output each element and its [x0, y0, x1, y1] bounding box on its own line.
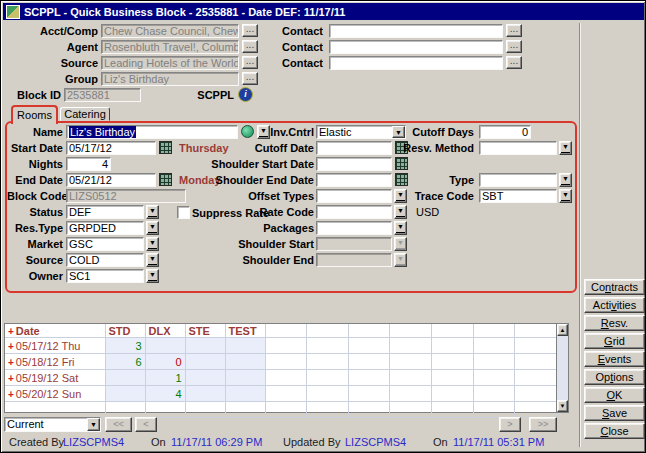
acct-comp-lookup-button[interactable]: ...	[242, 24, 258, 37]
trace-code-input[interactable]: SBT	[479, 189, 557, 203]
tab-rooms[interactable]: Rooms	[11, 105, 58, 124]
contact3-lookup-button[interactable]: ...	[506, 56, 522, 69]
res-type-lov-button[interactable]: ▼	[146, 221, 159, 235]
ok-button[interactable]: OK	[584, 387, 645, 403]
trace-code-lov-button[interactable]: ▼	[559, 189, 572, 203]
first-record-button[interactable]: <<	[105, 417, 132, 432]
start-date-input[interactable]: 05/17/12	[66, 141, 156, 155]
source-lookup-button[interactable]: ...	[242, 56, 258, 69]
agent-field[interactable]: Rosenbluth Travel!, Columbia, 1800-roser	[101, 40, 239, 54]
contact3-field[interactable]	[329, 56, 503, 70]
grid-cell[interactable]	[185, 354, 225, 370]
source-field[interactable]: Leading Hotels of the World!!, Naples, 1…	[101, 56, 239, 70]
grid-vertical-scrollbar[interactable]: ▲ ▼	[556, 323, 569, 413]
grid-cell[interactable]	[185, 386, 225, 402]
grid-cell[interactable]	[105, 370, 145, 386]
grid-button[interactable]: Grid	[584, 333, 645, 349]
rate-code-input[interactable]	[316, 205, 392, 219]
source-lov-button[interactable]: ▼	[146, 253, 159, 267]
contact3-label: Contact	[281, 57, 323, 70]
plus-icon: +	[8, 326, 14, 337]
grid-row[interactable]: +05/19/12 Sat 1	[5, 370, 557, 386]
group-lookup-button[interactable]: ...	[242, 72, 258, 85]
type-input[interactable]	[479, 173, 557, 187]
app-icon	[6, 5, 20, 19]
lov-arrow-icon: ▼	[561, 142, 570, 153]
grid-cell[interactable]: 1	[145, 370, 185, 386]
grid-row[interactable]: +05/18/12 Fri 6 0	[5, 354, 557, 370]
status-label: Status	[7, 206, 63, 219]
grid-cell[interactable]: 3	[105, 338, 145, 354]
nights-input[interactable]: 4	[66, 157, 111, 171]
grid-cell[interactable]	[225, 338, 265, 354]
grid-cell[interactable]	[225, 386, 265, 402]
dropdown-arrow-icon[interactable]: ▼	[87, 418, 100, 431]
acct-comp-field[interactable]: Chew Chase Council, Chew Chase, 1800	[101, 24, 239, 38]
contact1-field[interactable]	[329, 24, 503, 38]
shoulder-start-date-input[interactable]	[316, 157, 392, 171]
market-lov-button[interactable]: ▼	[146, 237, 159, 251]
resv-method-input[interactable]	[479, 141, 557, 155]
grid-col-header[interactable]: STD	[105, 324, 145, 338]
info-icon[interactable]: i	[238, 87, 253, 102]
contact2-field[interactable]	[329, 40, 503, 54]
name-value: Liz's Birthday	[69, 126, 136, 138]
panel-divider	[579, 23, 581, 447]
created-by-label: Created By	[9, 436, 64, 448]
grid-col-header[interactable]: DLX	[145, 324, 185, 338]
save-button[interactable]: Save	[584, 405, 645, 421]
last-record-button[interactable]: >>	[529, 417, 557, 432]
grid-cell[interactable]	[145, 338, 185, 354]
grid-cell[interactable]	[105, 386, 145, 402]
grid-cell[interactable]: 4	[145, 386, 185, 402]
resv-method-lov-button[interactable]: ▼	[559, 141, 572, 155]
contact2-lookup-button[interactable]: ...	[506, 40, 522, 53]
grid-row[interactable]: +05/17/12 Thu 3	[5, 338, 557, 354]
grid-cell[interactable]	[185, 370, 225, 386]
window-title: SCPPL - Quick Business Block - 2535881 -…	[24, 6, 345, 18]
contact1-lookup-button[interactable]: ...	[506, 24, 522, 37]
owner-input[interactable]: SC1	[66, 269, 144, 283]
scroll-down-icon[interactable]: ▼	[557, 400, 568, 412]
source-code-input[interactable]: COLD	[66, 253, 144, 267]
resv-button[interactable]: Resv.	[584, 315, 645, 331]
packages-lov-button[interactable]: ▼	[394, 221, 407, 235]
status-input[interactable]: DEF	[66, 205, 144, 219]
next-record-button[interactable]: >	[499, 417, 521, 432]
type-lov-button[interactable]: ▼	[559, 173, 572, 187]
updated-on-label: On	[433, 436, 448, 448]
rate-code-lov-button[interactable]: ▼	[394, 205, 407, 219]
packages-input[interactable]	[316, 221, 392, 235]
close-button[interactable]: Close	[584, 423, 645, 439]
group-label: Group	[21, 73, 98, 86]
status-lov-button[interactable]: ▼	[146, 205, 159, 219]
view-selector[interactable]: Current ▼	[4, 417, 101, 432]
grid-cell[interactable]	[225, 370, 265, 386]
market-input[interactable]: GSC	[66, 237, 144, 251]
grid-col-header[interactable]: STE	[185, 324, 225, 338]
grid-col-header[interactable]: TEST	[225, 324, 265, 338]
tab-catering[interactable]: Catering	[60, 107, 110, 121]
plus-icon: +	[8, 373, 14, 384]
owner-lov-button[interactable]: ▼	[146, 269, 159, 283]
group-field[interactable]: Liz's Birthday	[101, 72, 239, 86]
grid-cell[interactable]: 6	[105, 354, 145, 370]
res-type-input[interactable]: GRPDED	[66, 221, 144, 235]
events-button[interactable]: Events	[584, 351, 645, 367]
activities-button[interactable]: Activities	[584, 297, 645, 313]
cutoff-days-input[interactable]: 0	[479, 125, 531, 139]
shoulder-start-date-calendar-icon[interactable]	[395, 157, 408, 170]
options-button[interactable]: Options	[584, 369, 645, 385]
agent-lookup-button[interactable]: ...	[242, 40, 258, 53]
grid-cell[interactable]	[225, 354, 265, 370]
grid-row[interactable]: +05/20/12 Sun 4	[5, 386, 557, 402]
contracts-button[interactable]: Contracts	[584, 279, 645, 295]
res-type-label: Res.Type	[7, 222, 63, 235]
scroll-up-icon[interactable]: ▲	[557, 324, 568, 336]
prev-record-button[interactable]: <	[135, 417, 157, 432]
contact2-label: Contact	[281, 41, 323, 54]
grid-cell[interactable]	[185, 338, 225, 354]
end-date-input[interactable]: 05/21/12	[66, 173, 156, 187]
updated-on-value: 11/17/11 05:31 PM	[453, 436, 544, 448]
grid-cell[interactable]: 0	[145, 354, 185, 370]
